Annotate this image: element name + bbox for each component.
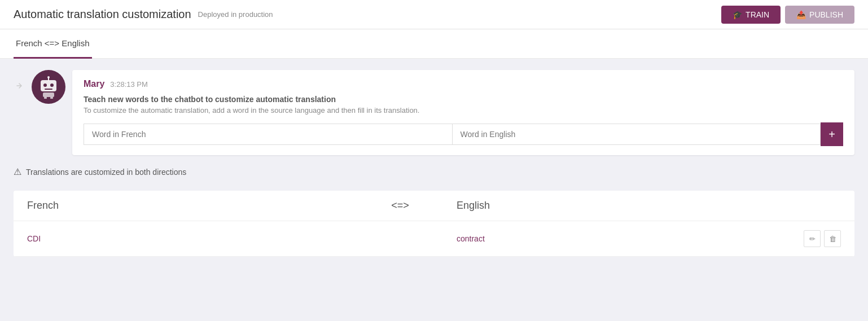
chat-bubble: Mary 3:28:13 PM Teach new words to the c… xyxy=(72,70,854,155)
col-header-target: English xyxy=(457,200,773,212)
chat-subtext: To customize the automatic translation, … xyxy=(84,106,843,115)
warning-icon: ⚠ xyxy=(14,166,21,177)
edit-icon: ✏ xyxy=(809,235,816,243)
header-actions: 🎓 TRAIN 📤 PUBLISH xyxy=(721,6,854,24)
col-header-arrow: <=> xyxy=(344,200,457,212)
svg-rect-8 xyxy=(50,97,53,99)
main-content: French <=> English xyxy=(0,29,868,321)
notice-bar: ⚠ Translations are customized in both di… xyxy=(14,166,854,177)
chat-row: Mary 3:28:13 PM Teach new words to the c… xyxy=(14,70,854,155)
chat-sender-name: Mary xyxy=(84,79,104,89)
svg-rect-6 xyxy=(43,93,54,97)
page-title: Automatic translation customization xyxy=(14,8,191,21)
source-word: CDI xyxy=(27,234,344,243)
train-button[interactable]: 🎓 TRAIN xyxy=(721,6,781,24)
translation-table: French <=> English CDI contract ✏ 🗑 xyxy=(14,191,854,257)
publish-button[interactable]: 📤 PUBLISH xyxy=(785,6,854,24)
col-header-actions xyxy=(773,200,841,212)
tab-french-english[interactable]: French <=> English xyxy=(14,29,92,59)
tabs-bar: French <=> English xyxy=(0,29,868,59)
avatar xyxy=(32,70,65,104)
table-row: CDI contract ✏ 🗑 xyxy=(14,221,854,257)
svg-point-5 xyxy=(47,76,50,78)
row-actions: ✏ 🗑 xyxy=(773,230,841,247)
content-area: Mary 3:28:13 PM Teach new words to the c… xyxy=(0,59,868,321)
svg-point-2 xyxy=(50,83,54,87)
word-in-english-input[interactable] xyxy=(452,124,821,145)
target-word: contract xyxy=(457,234,773,243)
svg-point-1 xyxy=(43,83,47,87)
chat-arrow xyxy=(14,70,25,91)
header: Automatic translation customization Depl… xyxy=(0,0,868,29)
chat-heading: Teach new words to the chatbot to custom… xyxy=(84,95,843,104)
trash-icon: 🗑 xyxy=(829,235,836,243)
chat-timestamp: 3:28:13 PM xyxy=(110,80,148,89)
publish-icon: 📤 xyxy=(796,10,806,19)
add-word-button[interactable]: + xyxy=(821,122,843,146)
word-in-french-input[interactable] xyxy=(84,124,452,145)
notice-text: Translations are customized in both dire… xyxy=(26,168,186,177)
col-header-source: French xyxy=(27,200,344,212)
deploy-badge: Deployed in production xyxy=(198,10,273,19)
svg-rect-7 xyxy=(44,97,47,99)
svg-rect-3 xyxy=(45,89,52,90)
chat-meta: Mary 3:28:13 PM xyxy=(84,79,843,89)
word-inputs-row: + xyxy=(84,122,843,146)
table-header: French <=> English xyxy=(14,191,854,221)
train-icon: 🎓 xyxy=(733,10,742,19)
header-left: Automatic translation customization Depl… xyxy=(14,8,273,21)
edit-button[interactable]: ✏ xyxy=(804,230,821,247)
delete-button[interactable]: 🗑 xyxy=(824,230,841,247)
